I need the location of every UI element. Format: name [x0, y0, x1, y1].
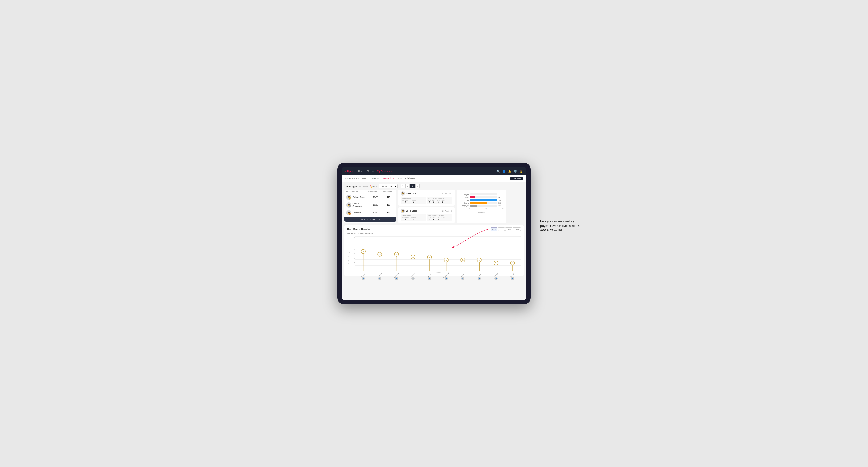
- player-score: 17/20: [368, 212, 382, 214]
- bar-track: [470, 205, 497, 207]
- bar-chart-title: Total Shots: [459, 212, 504, 214]
- add-team-button[interactable]: Add Team: [510, 177, 523, 181]
- y-axis-label: Best Streak, Fairway Accuracy: [348, 247, 349, 264]
- player-avatar: 👤: [378, 277, 381, 280]
- subnav-hcaps[interactable]: Hcaps 1-5: [370, 177, 379, 181]
- player-avatar: 👤: [411, 277, 415, 280]
- app-value: 0: [432, 201, 435, 203]
- time-filter-select[interactable]: Last 3 months: [379, 184, 398, 188]
- annotation-text: Here you can see streaks your players ha…: [540, 219, 587, 233]
- bar-row: Birdies96: [459, 196, 504, 198]
- total-rounds-label: Total Rounds: [402, 197, 425, 199]
- annotation-text-box: Here you can see streaks your players ha…: [540, 219, 587, 233]
- bar-fill: [470, 196, 475, 198]
- tournament-value: 7: [402, 218, 409, 221]
- bar-label: Eagles: [459, 194, 469, 195]
- streak-player-col: 5xJ. Coles👤: [405, 236, 421, 271]
- avatar: 🧑 1: [346, 195, 351, 200]
- rank-badge: 2: [349, 205, 351, 208]
- bar-track: [470, 193, 497, 195]
- grid-view-button[interactable]: ⊞: [401, 184, 405, 188]
- table-row[interactable]: 🧑 3 Cameron... 17/20 103: [344, 209, 396, 217]
- show-filter: Show Last 3 months ⊞ ≡ ▦ ↕: [372, 184, 420, 188]
- filter-arg-button[interactable]: ARG: [505, 227, 512, 231]
- player-avg: 110: [382, 196, 394, 198]
- bar-fill: [470, 205, 477, 207]
- chart-area: 7xE. Ewert👤6xB. McHerg👤6xD. Billingham👤5…: [355, 236, 521, 274]
- subnav-all-players[interactable]: All Players: [405, 177, 415, 181]
- total-rounds-box: Total Rounds Tournament 7 Practice: [401, 214, 426, 221]
- navbar: clippd Home Teams My Performance 🔍 👤 🔔 ⚙…: [342, 167, 526, 176]
- list-view-button[interactable]: ≡: [405, 184, 410, 188]
- streak-player-col: 6xB. McHerg👤: [371, 236, 388, 271]
- player-avatar: 👤: [478, 277, 481, 280]
- subnav-pga[interactable]: PGA: [362, 177, 366, 181]
- player-avatar: 👤: [461, 277, 464, 280]
- bar-value: 96: [498, 196, 504, 198]
- ott-value: 0: [428, 201, 431, 203]
- player-avatar: 👤: [445, 277, 448, 280]
- arg-value: 0: [437, 218, 440, 221]
- streaks-section: Best Round Streaks OTT APP ARG PUTT Off …: [344, 225, 524, 276]
- team-name: Team Clippd: [344, 185, 357, 188]
- subnav-team-clippd[interactable]: Team Clippd: [382, 177, 394, 181]
- total-rounds-box: Total Rounds Tournament 8 Practice: [401, 197, 426, 204]
- x-axis-label: Players: [355, 272, 521, 274]
- bar-chart-section: Eagles3Birdies96Pars499Bogeys311D. Bogey…: [457, 190, 506, 223]
- rank-badge: 3: [349, 213, 351, 215]
- card-view-button[interactable]: ▦: [410, 184, 415, 188]
- tablet-frame: clippd Home Teams My Performance 🔍 👤 🔔 ⚙…: [337, 163, 531, 304]
- practice-activities-box: Total Practice Activities OTT 0 APP: [427, 214, 453, 221]
- settings-icon[interactable]: ⚙️: [514, 170, 517, 173]
- avatar: 🧑: [401, 209, 405, 213]
- nav-icons: 🔍 👤 🔔 ⚙️ 👨: [497, 170, 523, 173]
- stat-player-name: Rees Britt: [406, 192, 416, 195]
- col-pb-score: PB SCORE: [368, 191, 382, 192]
- search-icon[interactable]: 🔍: [497, 170, 500, 173]
- bar-label: Pars: [459, 199, 469, 201]
- streak-player-col: 6xD. Billingham👤: [388, 236, 405, 271]
- subnav-pgat[interactable]: PGAT Players: [345, 177, 359, 181]
- player-avg: 103: [382, 212, 394, 214]
- streaks-title: Best Round Streaks: [347, 228, 370, 230]
- filter-app-button[interactable]: APP: [498, 227, 505, 231]
- player-avatar: 👤: [362, 277, 365, 280]
- putt-value: 0: [441, 201, 445, 203]
- player-info: 🧑 1 Richard Butler: [346, 195, 368, 200]
- user-icon[interactable]: 👤: [502, 170, 506, 173]
- player-avatar: 👤: [494, 277, 498, 280]
- view-leaderboard-button[interactable]: View Full Leaderboard: [344, 217, 396, 222]
- practice-value: 4: [411, 201, 416, 203]
- player-list-section: PLAYER NAME PB SCORE PB AVG SQ 🧑 1: [344, 190, 396, 223]
- bar-label: D. Bogeys +: [459, 205, 469, 207]
- streak-bubble: 4x: [460, 257, 465, 262]
- edit-icon[interactable]: ✏️: [370, 185, 372, 188]
- avatar: 🧑 3: [346, 210, 351, 215]
- stat-player-name: Josh Coles: [406, 210, 417, 212]
- subnav-tour[interactable]: Tour: [398, 177, 402, 181]
- table-row[interactable]: 🧑 1 Richard Butler 19/20 110: [344, 193, 396, 201]
- table-row[interactable]: 🧑 2 Edward Crossman 18/20 107: [344, 201, 396, 209]
- avatar-icon[interactable]: 👨: [519, 170, 523, 173]
- stat-card: 🧑 Josh Coles 26 Aug 2023 Total Rounds: [398, 207, 455, 223]
- streak-bubble: 3x: [494, 261, 498, 266]
- stat-grid: Total Rounds Tournament 7 Practice: [401, 214, 453, 221]
- practice-activities-box: Total Practice Activities OTT 0 APP: [427, 197, 453, 204]
- nav-teams[interactable]: Teams: [367, 169, 374, 173]
- view-icons: ⊞ ≡ ▦ ↕: [401, 184, 420, 188]
- streak-bubble: 7x: [361, 249, 366, 254]
- streak-bubble: 4x: [477, 257, 482, 262]
- player-score: 18/20: [368, 204, 382, 206]
- bell-icon[interactable]: 🔔: [508, 170, 512, 173]
- player-info: 🧑 3 Cameron...: [346, 210, 368, 215]
- streak-bubble: 6x: [394, 252, 399, 257]
- table-view-button[interactable]: ↕: [415, 184, 420, 188]
- bar-fill: [470, 202, 487, 204]
- practice-activities-label: Total Practice Activities: [428, 197, 451, 199]
- nav-my-performance[interactable]: My Performance: [377, 169, 394, 173]
- show-label: Show: [372, 185, 377, 187]
- subnav-links: PGAT Players PGA Hcaps 1-5 Team Clippd T…: [345, 177, 510, 181]
- filter-putt-button[interactable]: PUTT: [513, 227, 521, 231]
- bar-row: Eagles3: [459, 193, 504, 195]
- nav-home[interactable]: Home: [358, 169, 365, 173]
